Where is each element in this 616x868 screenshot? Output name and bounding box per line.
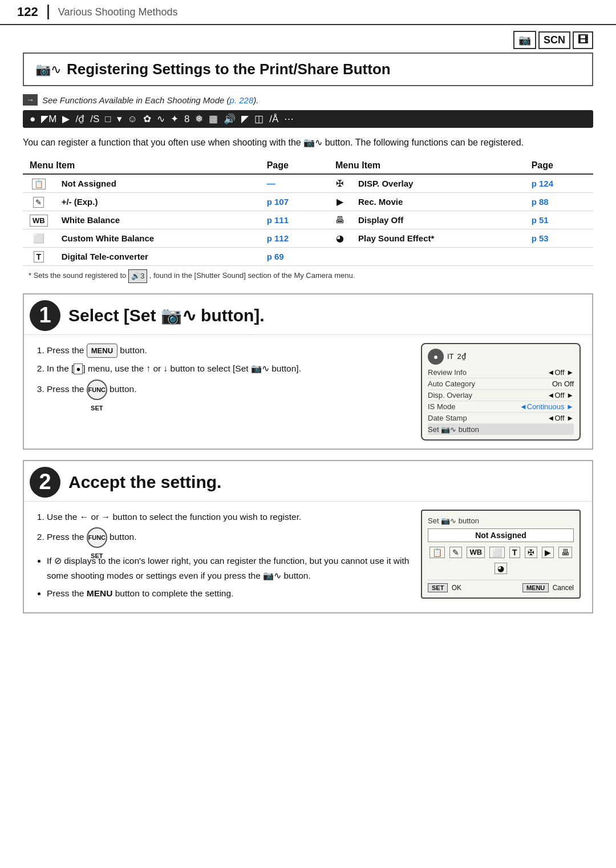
cam-row-datestamp: Date Stamp ◄Off ► bbox=[428, 413, 574, 424]
row1-left-page: — bbox=[260, 174, 329, 193]
cam-row-ismode: IS Mode ◄Continuous ► bbox=[428, 401, 574, 413]
row4-right-page: p 53 bbox=[525, 229, 593, 248]
cs2-footer: SET OK MENU Cancel bbox=[428, 580, 574, 592]
row3-left-page: p 111 bbox=[260, 211, 329, 229]
step1-instructions: Press the MENU button. In the [●] menu, … bbox=[35, 343, 410, 441]
mode-s: /S bbox=[89, 114, 100, 125]
row4-right-icon: ◕ bbox=[329, 229, 351, 248]
row3-right-label: Display Off bbox=[351, 211, 525, 229]
title-box: 📷∿ Registering Settings to the Print/Sha… bbox=[23, 53, 593, 86]
step2-instruction-2: Press the FUNCSET button. bbox=[47, 527, 410, 548]
set-ok-label: SET bbox=[428, 583, 448, 592]
cs2-icon-1: 📋 bbox=[429, 547, 445, 558]
mode-letter: ◫ bbox=[253, 113, 265, 125]
row5-left-label: Digital Tele-converter bbox=[55, 248, 260, 266]
cs2-icon-sound: ◕ bbox=[495, 563, 507, 574]
cs2-icon-t: T bbox=[509, 547, 520, 558]
row4-left-icon: ⬜ bbox=[23, 229, 55, 248]
mode-dots: ⋯ bbox=[283, 113, 295, 125]
row2-right-page: p 88 bbox=[525, 193, 593, 211]
cs2-icon-cwb: ⬜ bbox=[489, 547, 505, 558]
row3-right-icon: 🖶 bbox=[329, 211, 351, 229]
mode-icon-camera: 📷 bbox=[513, 31, 536, 49]
mode-sq: □ bbox=[104, 114, 112, 125]
step1-instruction-3: Press the FUNCSET button. bbox=[47, 380, 410, 400]
row5-left-icon: T bbox=[23, 248, 55, 266]
row3-right-page: p 51 bbox=[525, 211, 593, 229]
cam-top-row: ● IT 2₫ bbox=[428, 349, 574, 365]
cs2-ok: SET OK bbox=[428, 584, 461, 592]
cam-row-autocategory: Auto Category On Off bbox=[428, 378, 574, 390]
step2-instruction-1: Use the ← or → button to select the func… bbox=[47, 510, 410, 524]
cs2-cancel: MENU Cancel bbox=[522, 584, 574, 592]
table-row: ⬜ Custom White Balance p 112 ◕ Play Soun… bbox=[23, 229, 593, 248]
cs2-icon-movie: ▶ bbox=[542, 547, 554, 558]
mode-speaker: 🔊 bbox=[222, 113, 237, 125]
cs2-icon-2: ✎ bbox=[449, 547, 462, 558]
mode-face: ☺ bbox=[127, 114, 139, 125]
right-col2-header: Page bbox=[525, 158, 593, 174]
step2-screen: Set 📷∿ button Not Assigned 📋 ✎ WB ⬜ T ✠ … bbox=[421, 510, 581, 604]
camera-screen-1: ● IT 2₫ Review Info ◄Off ► Auto Category… bbox=[421, 343, 581, 441]
table-row: 📋 Not Assigned — ✠ DISP. Overlay p 124 bbox=[23, 174, 593, 193]
cs2-icons-row: 📋 ✎ WB ⬜ T ✠ ▶ 🖶 ◕ bbox=[428, 547, 574, 574]
menu-button[interactable]: MENU bbox=[87, 344, 117, 358]
step1-header: 1 Select [Set 📷∿ button]. bbox=[24, 294, 592, 335]
step1-screen: ● IT 2₫ Review Info ◄Off ► Auto Category… bbox=[421, 343, 581, 441]
row1-left-icon: 📋 bbox=[23, 174, 55, 193]
top-bar: 122 Various Shooting Methods bbox=[0, 0, 616, 25]
func-set-button-1[interactable]: FUNCSET bbox=[87, 380, 107, 400]
page-title: Registering Settings to the Print/Share … bbox=[67, 60, 391, 78]
camera-modes-strip: ● ◤M ▶ /₫ /S □ ▾ ☺ ✿ ∿ ✦ 8 ❅ ▦ 🔊 ◤ ◫ /Å … bbox=[23, 110, 593, 128]
intro-paragraph: You can register a function that you oft… bbox=[23, 136, 593, 150]
row2-left-label: +/- (Exp.) bbox=[55, 193, 260, 211]
step2-title: Accept the setting. bbox=[68, 473, 221, 492]
cam-mode-icon: ● bbox=[428, 349, 444, 365]
row1-left-label: Not Assigned bbox=[55, 174, 260, 193]
left-col2-header: Page bbox=[260, 158, 329, 174]
row2-right-icon: ▶ bbox=[329, 193, 351, 211]
shutter-sound-icon: 🔊3 bbox=[128, 269, 147, 283]
mode-icon-movie: 🎞 bbox=[573, 31, 593, 49]
cs2-icon-wb: WB bbox=[467, 547, 485, 558]
row4-left-page: p 112 bbox=[260, 229, 329, 248]
mode-av: /₫ bbox=[74, 113, 86, 125]
row2-left-icon: ✎ bbox=[23, 193, 55, 211]
mode-q: ▾ bbox=[116, 113, 123, 125]
mode-rect: ◤ bbox=[240, 113, 250, 125]
row3-left-icon: WB bbox=[23, 211, 55, 229]
step2-number: 2 bbox=[30, 467, 60, 498]
mode-az: /Å bbox=[268, 114, 279, 125]
table-row: T Digital Tele-converter p 69 bbox=[23, 248, 593, 266]
row5-left-page: p 69 bbox=[260, 248, 329, 266]
footnote: * Sets the sound registered to 🔊3 , foun… bbox=[23, 269, 593, 283]
step1-title: Select [Set 📷∿ button]. bbox=[68, 305, 265, 325]
main-content: 📷 SCN 🎞 📷∿ Registering Settings to the P… bbox=[0, 25, 616, 635]
func-set-button-2[interactable]: FUNCSET bbox=[87, 527, 107, 548]
step2-section: 2 Accept the setting. Use the ← or → but… bbox=[23, 460, 593, 613]
mode-8: 8 bbox=[183, 114, 191, 125]
section-title: Various Shooting Methods bbox=[58, 6, 178, 18]
step1-instruction-2: In the [●] menu, use the ↑ or ↓ button t… bbox=[47, 361, 410, 376]
table-row: WB White Balance p 111 🖶 Display Off p 5… bbox=[23, 211, 593, 229]
row1-right-page: p 124 bbox=[525, 174, 593, 193]
row1-right-label: DISP. Overlay bbox=[351, 174, 525, 193]
mode-cm: ◤M bbox=[40, 113, 58, 125]
mode-snow: ❅ bbox=[194, 113, 204, 125]
mode-auto: ● bbox=[29, 114, 37, 125]
mode-grid: ▦ bbox=[208, 113, 219, 125]
cam-row-review: Review Info ◄Off ► bbox=[428, 367, 574, 378]
movie-icon: 🎞 bbox=[578, 34, 588, 46]
see-functions-note: → See Functions Available in Each Shooti… bbox=[23, 94, 593, 106]
cs2-title: Set 📷∿ button bbox=[428, 516, 574, 525]
menu-cancel-label: MENU bbox=[522, 583, 549, 592]
row2-left-page: p 107 bbox=[260, 193, 329, 211]
cam-mode-2a: 2₫ bbox=[457, 352, 466, 361]
cam-row-disp: Disp. Overlay ◄Off ► bbox=[428, 390, 574, 401]
mode-tv: ▶ bbox=[61, 113, 71, 125]
step1-body: Press the MENU button. In the [●] menu, … bbox=[24, 335, 592, 449]
mode-icon-scn: SCN bbox=[538, 31, 570, 49]
right-col1-header: Menu Item bbox=[329, 158, 525, 174]
camera-icon: 📷 bbox=[518, 34, 531, 46]
cs2-selected-value: Not Assigned bbox=[428, 528, 574, 542]
